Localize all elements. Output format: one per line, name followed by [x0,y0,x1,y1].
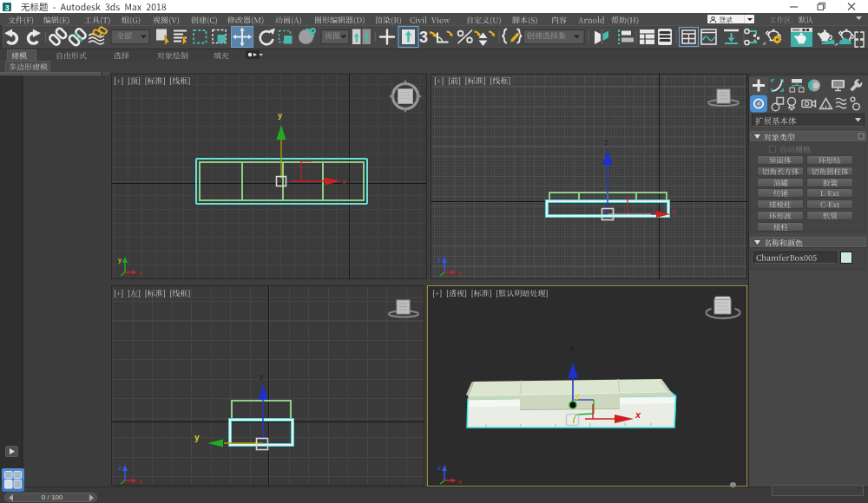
svg-text:z: z [437,256,441,264]
svg-text:x: x [341,178,346,186]
svg-text:z: z [260,373,264,382]
svg-text:y: y [194,433,200,442]
svg-text:z: z [604,138,608,147]
svg-text:x: x [139,478,142,486]
svg-text:y: y [575,391,580,400]
svg-text:x: x [139,270,142,278]
svg-text:3: 3 [5,3,10,12]
svg-text:z: z [437,464,441,472]
svg-text:x: x [671,207,676,216]
svg-text:y: y [278,111,282,120]
svg-text:z: z [569,344,574,353]
svg-text:y: y [118,256,122,264]
svg-text:x: x [458,270,462,278]
svg-text:x: x [635,409,641,420]
svg-text:3: 3 [419,29,428,46]
svg-text:z: z [118,464,122,472]
svg-text:x: x [458,478,462,486]
